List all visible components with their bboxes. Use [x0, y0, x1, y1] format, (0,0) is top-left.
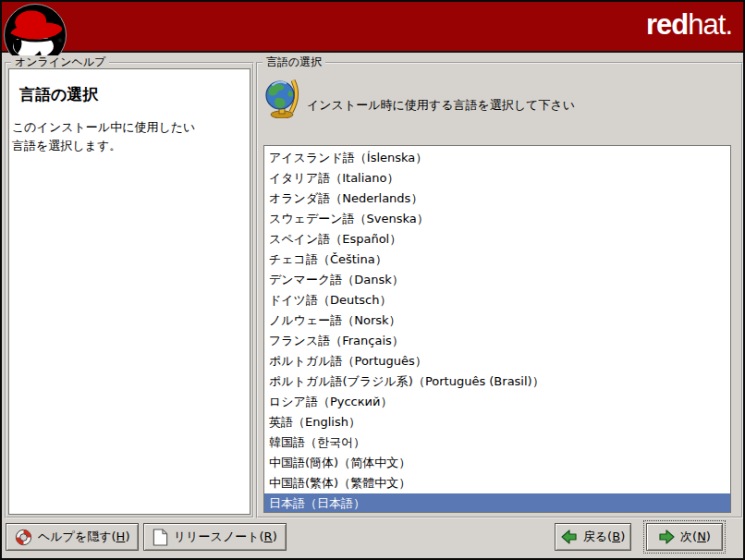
help-body-line1: このインストール中に使用したい: [12, 118, 250, 137]
release-notes-label: リリースノート(R): [174, 529, 277, 545]
help-body-text: このインストール中に使用したい 言語を選択します。: [12, 118, 250, 154]
language-list-item[interactable]: オランダ語（Nederlands）: [264, 189, 730, 209]
next-button[interactable]: 次(N): [646, 523, 723, 551]
language-list-item[interactable]: ポルトガル語（Português）: [264, 351, 730, 371]
language-list-item[interactable]: アイスランド語（Íslenska）: [264, 148, 730, 168]
language-list-item[interactable]: ロシア語（Русский）: [264, 392, 730, 412]
language-list-item[interactable]: イタリア語（Italiano）: [264, 168, 730, 189]
language-list-item[interactable]: ドイツ語（Deutsch）: [264, 290, 730, 310]
language-list-item[interactable]: 英語（English）: [264, 412, 730, 432]
language-list-item[interactable]: 日本語（日本語）: [264, 493, 730, 513]
svg-text:®: ®: [57, 37, 63, 43]
language-selection-panel: 言語の選択 インストール時に使用する言語を選択して下さい アイスランド語（Ísl…: [256, 62, 743, 518]
hide-help-label: ヘルプを隠す(H): [38, 529, 129, 545]
language-selection-frame-label: 言語の選択: [263, 55, 325, 68]
globe-icon: [265, 78, 300, 118]
language-list-item[interactable]: 韓国語（한국어）: [264, 432, 730, 453]
language-list-item[interactable]: フランス語（Français）: [264, 331, 730, 351]
next-label: 次(N): [680, 529, 711, 545]
language-list-item[interactable]: デンマーク語（Dansk）: [264, 270, 730, 290]
top-banner: redhat.: [2, 2, 743, 53]
online-help-panel: オンラインヘルプ 言語の選択 このインストール中に使用したい 言語を選択します。: [5, 62, 254, 518]
wordmark-red: red: [646, 8, 688, 41]
back-button[interactable]: 戻る(B): [555, 523, 631, 551]
back-label: 戻る(B): [583, 529, 625, 545]
language-prompt: インストール時に使用する言語を選択して下さい: [307, 97, 575, 114]
language-list-item[interactable]: 中国語(簡体)（简体中文）: [264, 453, 730, 473]
language-list-item[interactable]: ノルウェー語（Norsk）: [264, 310, 730, 331]
wordmark-hat: hat.: [688, 8, 732, 41]
language-list-item[interactable]: チェコ語（Čeština）: [264, 250, 730, 270]
redhat-wordmark: redhat.: [646, 9, 732, 41]
help-body-line2: 言語を選択します。: [12, 137, 250, 155]
arrow-right-icon: [658, 530, 675, 544]
help-content: 言語の選択 このインストール中に使用したい 言語を選択します。: [8, 68, 250, 515]
installer-window: redhat. ® オンラインヘルプ 言語の選択 このインストール中に使用したい…: [0, 0, 745, 560]
language-list-item[interactable]: スペイン語（Español）: [264, 229, 730, 250]
help-heading: 言語の選択: [19, 84, 250, 105]
language-list[interactable]: アイスランド語（Íslenska）イタリア語（Italiano）オランダ語（Ne…: [263, 145, 731, 513]
release-notes-button[interactable]: リリースノート(R): [143, 523, 287, 551]
language-list-item[interactable]: ポルトガル語(ブラジル系)（Português (Brasil)）: [264, 371, 730, 392]
lifesaver-icon: [15, 529, 32, 546]
language-list-item[interactable]: 中国語(繁体)（繁體中文）: [264, 473, 730, 493]
hide-help-button[interactable]: ヘルプを隠す(H): [6, 523, 139, 551]
arrow-left-icon: [561, 530, 578, 544]
document-icon: [153, 529, 168, 546]
language-list-item[interactable]: スウェデーン語（Svenska）: [264, 209, 730, 229]
online-help-frame-label: オンラインヘルプ: [11, 55, 109, 68]
